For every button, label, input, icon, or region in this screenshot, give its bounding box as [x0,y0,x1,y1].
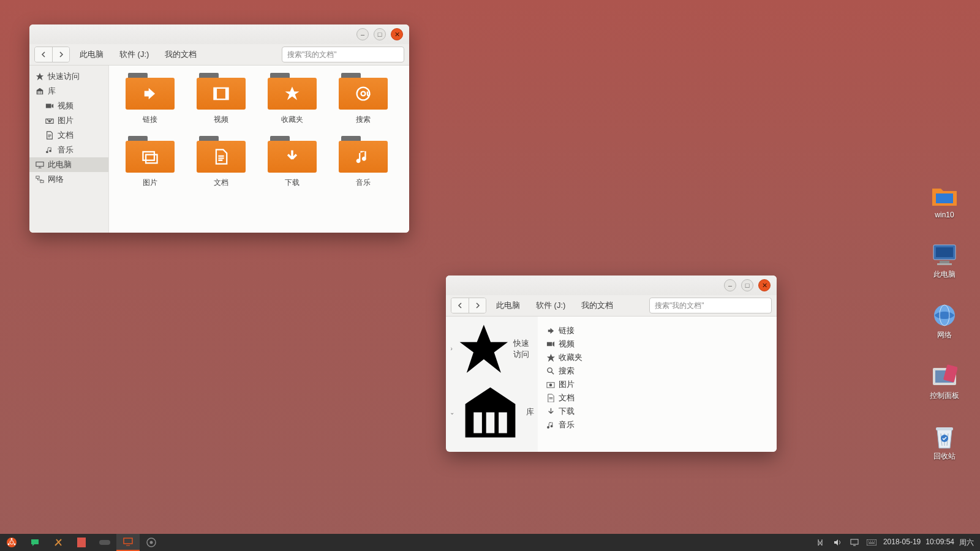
list-item[interactable]: 搜索 [543,364,772,378]
sidebar-music[interactable]: 音乐 [29,143,108,157]
breadcrumb-drive[interactable]: 软件 (J:) [530,298,571,313]
list-item[interactable]: 音乐 [543,418,772,432]
taskbar-clock[interactable]: 2018-05-19 10:09:54 周六 [883,538,974,548]
desktop-icon-control-panel[interactable]: 控制面板 [920,364,969,401]
tray-volume-icon[interactable] [832,537,843,548]
breadcrumb-documents[interactable]: 我的文档 [159,47,203,62]
taskbar-chat[interactable] [23,534,47,551]
svg-rect-23 [937,263,952,265]
tree-video[interactable]: ›视频 [446,447,538,452]
folder-item[interactable]: 图片 [116,136,184,188]
start-button[interactable] [0,534,23,551]
sidebar-pictures[interactable]: 图片 [29,113,108,128]
trash-icon [931,424,958,449]
folder-icon [126,136,175,173]
desktop-icon-this-pc[interactable]: 此电脑 [920,242,969,280]
list-item[interactable]: 文档 [543,391,772,405]
tree-label: 库 [526,407,534,418]
svg-rect-6 [225,88,228,99]
maximize-button[interactable]: □ [741,279,753,291]
tray-display-icon[interactable] [849,537,860,548]
svg-rect-2 [36,176,39,179]
taskbar-time: 10:09:54 [925,538,954,548]
sidebar-video[interactable]: 视频 [29,99,108,113]
computer-icon [931,242,958,267]
search-input[interactable]: 搜索"我的文档" [649,298,772,313]
folder-item[interactable]: 下载 [258,136,326,188]
tree-quick-access[interactable]: ›快速访问 [446,320,538,378]
tree-library[interactable]: ⌄库 [446,378,538,447]
folder-item[interactable]: 搜索 [330,73,397,125]
minimize-button[interactable]: – [356,28,369,40]
desktop-label: 网络 [937,330,952,340]
folder-item[interactable]: 链接 [116,73,184,125]
close-button[interactable]: ✕ [758,279,771,291]
list-item[interactable]: 视频 [543,337,772,351]
taskbar-games[interactable] [93,534,116,551]
titlebar: – □ ✕ [446,276,777,295]
desktop-icons: win10 此电脑 网络 控制面板 回收站 [920,184,969,462]
list-item[interactable]: 收藏夹 [543,351,772,364]
desktop-icon-trash[interactable]: 回收站 [920,424,969,462]
breadcrumb-this-pc[interactable]: 此电脑 [490,298,526,313]
tray-network-icon[interactable] [815,537,826,548]
folder-icon [339,136,388,173]
star-icon [546,353,555,362]
sidebar-library[interactable]: 库 [29,84,108,99]
sidebar-label: 图片 [58,115,74,126]
minimize-button[interactable]: – [724,279,736,291]
sidebar-label: 库 [48,86,56,97]
desktop-label: win10 [935,211,954,219]
sidebar-documents[interactable]: 文档 [29,128,108,143]
svg-point-8 [361,92,366,96]
search-input[interactable]: 搜索"我的文档" [282,47,404,62]
list-item[interactable]: 下载 [543,405,772,418]
taskbar: 2018-05-19 10:09:54 周六 [0,534,980,551]
camera-icon [546,380,555,389]
file-manager-window-list: – □ ✕ 此电脑 软件 (J:) 我的文档 搜索"我的文档" ›快速访问 ⌄库… [446,276,777,452]
folder-icon [268,73,317,110]
list-item[interactable]: 图片 [543,378,772,391]
folder-item[interactable]: 音乐 [330,136,397,188]
back-button[interactable] [451,298,469,313]
folder-item[interactable]: 文档 [187,136,255,188]
close-button[interactable]: ✕ [391,28,403,40]
folder-item[interactable]: 视频 [187,73,255,125]
sidebar-label: 视频 [58,100,74,111]
svg-rect-41 [851,539,858,544]
desktop-label: 此电脑 [933,269,956,280]
taskbar-file-manager[interactable] [116,534,140,551]
svg-rect-42 [867,539,876,545]
tray-keyboard-icon[interactable] [866,537,877,548]
folder-icon [931,184,958,208]
folder-item[interactable]: 收藏夹 [258,73,326,125]
breadcrumb-this-pc[interactable]: 此电脑 [74,47,110,62]
forward-button[interactable] [52,47,69,62]
maximize-button[interactable]: □ [374,28,386,40]
sidebar-this-pc[interactable]: 此电脑 [29,157,108,172]
titlebar: – □ ✕ [29,24,409,44]
list-item[interactable]: 链接 [543,324,772,337]
taskbar-app-1[interactable] [47,534,70,551]
taskbar-chrome[interactable] [140,534,163,551]
globe-icon [931,303,958,328]
list-label: 音乐 [559,419,575,430]
sidebar-label: 此电脑 [48,159,72,170]
sidebar-network[interactable]: 网络 [29,172,108,187]
desktop-icon-network[interactable]: 网络 [920,303,969,340]
desktop-icon-win10[interactable]: win10 [920,184,969,219]
svg-rect-9 [143,152,154,160]
sidebar-quick-access[interactable]: 快速访问 [29,69,108,84]
toolbar: 此电脑 软件 (J:) 我的文档 搜索"我的文档" [446,295,777,317]
taskbar-app-2[interactable] [70,534,93,551]
forward-button[interactable] [469,298,486,313]
breadcrumb-documents[interactable]: 我的文档 [575,298,619,313]
list-label: 文档 [559,392,575,403]
folder-icon [339,73,388,110]
toolbar: 此电脑 软件 (J:) 我的文档 搜索"我的文档" [29,44,409,66]
nav-buttons [34,47,70,62]
sidebar-label: 文档 [58,130,74,141]
back-button[interactable] [35,47,52,62]
breadcrumb-drive[interactable]: 软件 (J:) [113,47,155,62]
video-icon [546,340,555,348]
